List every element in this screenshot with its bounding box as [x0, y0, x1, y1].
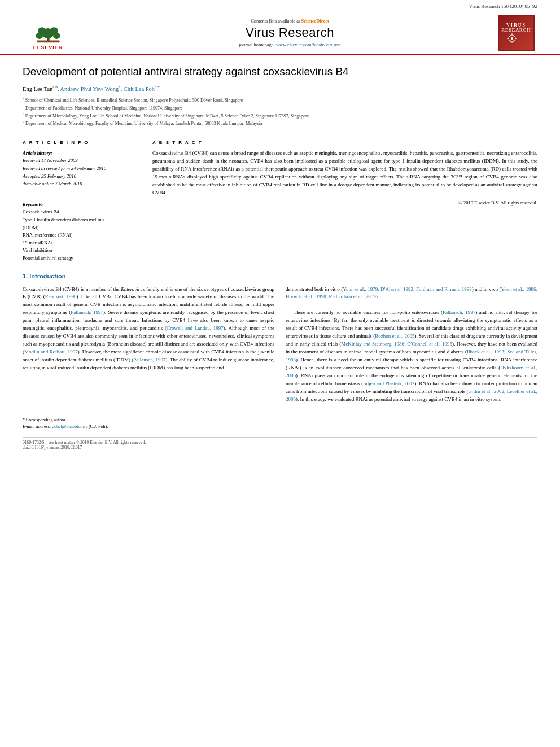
keyword-4: 19-mer siRNAs: [23, 240, 53, 246]
keyword-2b: (IDDM): [23, 225, 38, 230]
affiliation-c: c Department of Microbiology, Yong Loo L…: [23, 112, 537, 120]
vr-badge-line2: RESEARCH: [501, 28, 531, 33]
intro-two-cols: Coxsackievirus B4 (CVB4) is a member of …: [23, 286, 537, 404]
article-info-col: A R T I C L E I N F O Article history: R…: [23, 140, 141, 263]
svg-rect-6: [37, 41, 60, 43]
received-date: Received 17 November 2009: [23, 158, 77, 163]
bottom-doi: doi:10.1016/j.virusres.2010.02.017: [23, 445, 537, 450]
elsevier-logo: ELSEVIER: [23, 15, 73, 54]
vr-badge-graphic: [506, 33, 526, 44]
elsevier-tree-icon: [33, 18, 64, 43]
bottom-bar: 0168-1702/$ – see front matter © 2010 El…: [23, 437, 537, 450]
keyword-3: RNA interference (RNAi): [23, 232, 72, 238]
corresponding-label: * Corresponding author.: [23, 417, 67, 422]
intro-right-col: demonstrated both in vitro (Yoon et al.,…: [286, 286, 537, 404]
footnote-corresponding: * Corresponding author.: [23, 417, 537, 423]
author1-sup: a,b: [53, 85, 57, 89]
svg-point-5: [53, 33, 60, 39]
author2-name: Andrew Phui Yew Wong: [60, 85, 119, 91]
email-suffix: (C.J. Poh).: [89, 424, 108, 429]
available-date: Available online 7 March 2010: [23, 181, 82, 186]
virus-research-logo: VIRUS RESEARCH: [495, 15, 537, 51]
journal-volume-info: Virus Research 150 (2010) 85–92: [469, 3, 537, 9]
divider-1: [23, 134, 537, 134]
affiliation-d: d Department of Medical Microbiology, Fa…: [23, 119, 537, 127]
abstract-text: Coxsackievirus B4 (CVB4) can cause a bro…: [152, 150, 537, 197]
sciencedirect-brand: ScienceDirect: [301, 18, 329, 24]
journal-main-title: Virus Research: [246, 25, 334, 40]
intro-left-col: Coxsackievirus B4 (CVB4) is a member of …: [23, 286, 274, 404]
intro-section-title: 1. Introduction: [23, 273, 65, 281]
keywords-label: Keywords:: [23, 202, 43, 207]
abstract-header: A B S T R A C T: [152, 140, 537, 145]
vr-badge: VIRUS RESEARCH: [498, 15, 535, 51]
article-history-block: Article history: Received 17 November 20…: [23, 150, 141, 188]
vr-badge-line1: VIRUS: [506, 23, 526, 28]
email-label: E-mail address:: [23, 424, 51, 429]
affiliations-block: a School of Chemical and Life Sciences, …: [23, 96, 537, 127]
affiliation-b: b Department of Paediatrics, National Un…: [23, 104, 537, 112]
top-bar: Virus Research 150 (2010) 85–92: [0, 0, 560, 10]
keyword-6: Potential antiviral strategy: [23, 255, 73, 261]
intro-right-text-1: demonstrated both in vitro (Yoon et al.,…: [286, 286, 537, 302]
abstract-copyright: © 2010 Elsevier B.V. All rights reserved…: [152, 200, 537, 206]
author3-sup: d,*: [155, 85, 160, 89]
keyword-5: Viral inhibition: [23, 247, 52, 253]
sciencedirect-line: Contents lists available at ScienceDirec…: [251, 18, 329, 24]
email-address: pohcl@utar.edu.my: [52, 424, 88, 429]
keywords-block: Keywords: Coxsackievirus B4 Type 1 insul…: [23, 201, 141, 263]
journal-header: ELSEVIER Contents lists available at Sci…: [0, 10, 560, 55]
footnote-area: * Corresponding author. E-mail address: …: [23, 413, 537, 430]
introduction-section: 1. Introduction Coxsackievirus B4 (CVB4)…: [23, 273, 537, 404]
bottom-issn: 0168-1702/$ – see front matter © 2010 El…: [23, 440, 537, 445]
article-info-header: A R T I C L E I N F O: [23, 140, 141, 145]
journal-url: www.elsevier.com/locate/virusres: [276, 42, 341, 47]
intro-right-text-2: There are currently no available vaccine…: [286, 309, 537, 403]
elsevier-brand-text: ELSEVIER: [33, 45, 63, 50]
svg-point-4: [36, 33, 43, 39]
svg-point-8: [511, 37, 513, 40]
intro-left-text: Coxsackievirus B4 (CVB4) is a member of …: [23, 286, 274, 372]
journal-title-center: Contents lists available at ScienceDirec…: [85, 15, 495, 54]
info-abstract-cols: A R T I C L E I N F O Article history: R…: [23, 140, 537, 263]
journal-homepage-line: journal homepage: www.elsevier.com/locat…: [239, 42, 340, 47]
keyword-1: Coxsackievirus B4: [23, 209, 59, 215]
affiliation-a: a School of Chemical and Life Sciences, …: [23, 96, 537, 104]
authors-line: Eng Lee Tana,b, Andrew Phui Yew Wongc, C…: [23, 85, 537, 92]
author2-sup: c: [119, 85, 120, 89]
abstract-col: A B S T R A C T Coxsackievirus B4 (CVB4)…: [152, 140, 537, 263]
author1-name: Eng Lee Tan: [23, 85, 53, 91]
accepted-date: Accepted 25 February 2010: [23, 173, 76, 179]
main-content: Development of potential antiviral strat…: [0, 65, 560, 450]
keyword-2: Type 1 insulin dependent diabetes mellit…: [23, 217, 104, 222]
footnote-email-line: E-mail address: pohcl@utar.edu.my (C.J. …: [23, 423, 537, 430]
article-history-label: Article history:: [23, 150, 53, 156]
article-title: Development of potential antiviral strat…: [23, 65, 537, 79]
divider-keywords: [23, 195, 141, 195]
author3-name: Chit Laa Poh: [124, 85, 155, 91]
received-revised-date: Received in revised form 24 February 201…: [23, 165, 106, 171]
page-wrapper: Virus Research 150 (2010) 85–92 ELSEVIER…: [0, 0, 560, 747]
